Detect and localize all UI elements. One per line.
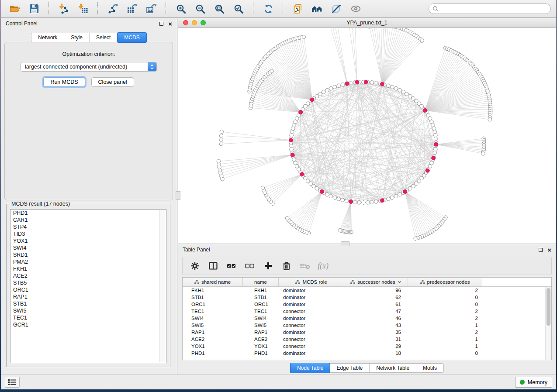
table-cell: RAP1 — [183, 330, 243, 335]
column-header-label: MCDS role — [302, 279, 327, 285]
close-panel-button[interactable]: Close panel — [91, 77, 134, 87]
import-network-button[interactable] — [55, 1, 73, 16]
new-network-from-selection-button[interactable] — [289, 1, 307, 16]
table-panel-titlebar: Table Panel × — [178, 244, 556, 255]
list-item[interactable]: TID3 — [10, 230, 166, 237]
column-header-successor-nodes[interactable]: successor nodes — [344, 278, 408, 286]
table-row[interactable]: TEC1TEC1connector472 — [183, 308, 551, 315]
export-image-button[interactable] — [142, 1, 160, 16]
close-table-panel-icon[interactable]: × — [547, 247, 551, 253]
vizmapper-button[interactable] — [328, 1, 345, 16]
task-history-button[interactable] — [5, 377, 20, 388]
maximize-window-icon[interactable] — [201, 20, 206, 25]
tab-style[interactable]: Style — [64, 33, 90, 42]
export-network-button[interactable] — [104, 1, 121, 16]
zoom-in-button[interactable] — [172, 1, 190, 16]
list-item[interactable]: TEC1 — [10, 314, 166, 321]
horizontal-splitter[interactable] — [341, 241, 349, 246]
list-item[interactable]: GCR1 — [10, 321, 166, 328]
open-file-button[interactable] — [6, 1, 24, 16]
table-cell: 0 — [408, 295, 482, 300]
minimize-window-icon[interactable] — [192, 20, 197, 25]
list-item[interactable]: ORC1 — [10, 286, 166, 293]
table-scrollbar-thumb[interactable] — [547, 288, 550, 326]
network-view[interactable] — [178, 28, 556, 244]
table-tab-motifs[interactable]: Motifs — [416, 364, 443, 372]
show-graphics-details-button[interactable] — [347, 1, 364, 16]
zoom-selected-button[interactable] — [230, 1, 247, 16]
table-scrollbar[interactable] — [545, 287, 551, 360]
float-table-panel-icon[interactable] — [539, 248, 543, 252]
zoom-out-button[interactable] — [191, 1, 209, 16]
function-builder-button[interactable]: f(x) — [315, 259, 331, 272]
list-item[interactable]: SRD1 — [10, 251, 166, 258]
column-header-predecessor-nodes[interactable]: predecessor nodes — [408, 278, 482, 286]
optimization-criterion-select[interactable]: largest connected component (undirected) — [21, 62, 157, 72]
column-header-shared-name[interactable]: shared name — [183, 278, 243, 286]
table-settings-button[interactable] — [187, 259, 202, 272]
import-table-button[interactable] — [74, 1, 92, 16]
close-window-icon[interactable] — [183, 20, 188, 25]
node-table[interactable]: shared namenameMCDS rolesuccessor nodesp… — [182, 277, 552, 360]
table-row[interactable]: ORC1ORC1dominator610 — [183, 301, 551, 308]
select-all-button[interactable] — [224, 259, 239, 272]
search-input[interactable] — [429, 3, 551, 14]
delete-table-button[interactable] — [297, 259, 312, 272]
delete-column-button[interactable] — [279, 259, 294, 272]
list-item[interactable]: PMA2 — [10, 258, 166, 265]
list-item[interactable]: RAP1 — [10, 293, 166, 300]
list-item[interactable]: STB1 — [10, 300, 166, 307]
close-panel-icon[interactable]: × — [168, 21, 172, 27]
table-row[interactable]: PHD1PHD1dominator180 — [183, 350, 551, 357]
table-tab-network-table[interactable]: Network Table — [370, 364, 416, 372]
table-row[interactable]: STB1STB1dominator620 — [183, 294, 551, 301]
table-row[interactable]: FKH1FKH1dominator962 — [183, 287, 551, 294]
tab-select[interactable]: Select — [90, 33, 118, 42]
table-tab-edge-table[interactable]: Edge Table — [330, 364, 370, 372]
list-item[interactable]: PHD1 — [10, 210, 166, 217]
run-mcds-button[interactable]: Run MCDS — [43, 77, 85, 87]
column-header-label: name — [254, 279, 267, 285]
list-item[interactable]: SWI5 — [10, 307, 166, 314]
memory-label: Memory — [528, 379, 547, 385]
column-header-MCDS-role[interactable]: MCDS role — [279, 278, 344, 286]
table-row[interactable]: RAP1RAP1dominator352 — [183, 329, 551, 336]
mcds-result-list[interactable]: PHD1CAR1STP4TID3YOX1SWI4SRD1PMA2FKH1ACE2… — [10, 209, 166, 363]
list-item[interactable]: STP4 — [10, 224, 166, 230]
list-item[interactable]: CAR1 — [10, 217, 166, 224]
deselect-all-button[interactable] — [242, 259, 257, 272]
network-window-titlebar: YPA_prune.txt_1 — [178, 18, 556, 28]
add-column-button[interactable] — [260, 259, 276, 272]
table-row[interactable]: SWI5SWI5connector431 — [183, 322, 551, 329]
tab-network[interactable]: Network — [31, 33, 64, 42]
export-table-button[interactable] — [123, 1, 141, 16]
list-item[interactable]: FKH1 — [10, 265, 166, 272]
column-header-label: shared name — [201, 279, 231, 285]
table-row[interactable]: SWI4SWI4dominator462 — [183, 315, 551, 322]
search-box — [429, 3, 551, 14]
table-tab-node-table[interactable]: Node Table — [290, 363, 331, 373]
table-cell: PHD1 — [183, 351, 243, 356]
tab-mcds[interactable]: MCDS — [117, 32, 146, 43]
refresh-button[interactable] — [259, 1, 277, 16]
list-item[interactable]: YOX1 — [10, 237, 166, 244]
column-header-name[interactable]: name — [243, 278, 279, 286]
memory-button[interactable]: Memory — [515, 377, 552, 388]
float-panel-icon[interactable] — [159, 22, 163, 26]
refresh-icon — [263, 4, 273, 14]
list-item[interactable]: SWI4 — [10, 244, 166, 251]
show-columns-button[interactable] — [205, 259, 221, 272]
table-cell: ORC1 — [243, 302, 279, 307]
network-overview-button[interactable] — [308, 1, 326, 16]
mcds-tab-page: Optimization criterion: largest connecte… — [4, 42, 173, 200]
table-row[interactable]: ACE2ACE2connector311 — [183, 336, 551, 343]
list-item[interactable]: STB5 — [10, 279, 166, 286]
list-scrollbar[interactable] — [159, 210, 166, 362]
zoom-fit-button[interactable] — [211, 1, 228, 16]
vertical-splitter[interactable] — [176, 191, 180, 200]
list-item[interactable]: ACE2 — [10, 272, 166, 279]
status-bar: Memory — [1, 375, 556, 389]
table-row[interactable]: YOX1YOX1connector291 — [183, 343, 551, 350]
cytoscape-window: Control Panel × NetworkStyleSelectMCDS O… — [1, 0, 556, 389]
save-session-button[interactable] — [25, 1, 43, 16]
